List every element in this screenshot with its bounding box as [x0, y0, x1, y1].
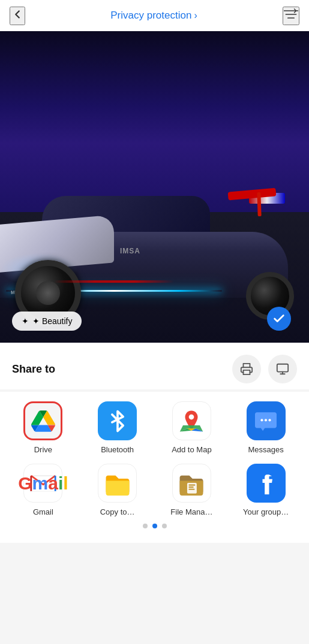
header: Privacy protection ›: [0, 0, 309, 31]
sparkle-icon: ✦: [22, 316, 29, 326]
app-item-bluetooth[interactable]: Bluetooth: [80, 401, 155, 454]
back-button[interactable]: [10, 7, 25, 25]
page-title: Privacy protection ›: [110, 10, 197, 22]
share-section: Share to: [0, 343, 309, 389]
share-actions: [232, 355, 297, 383]
app-grid-section: Drive Bluetooth: [0, 392, 309, 543]
messages-icon-wrapper: [247, 401, 286, 440]
gmail-icon-wrapper: Gmail: [23, 464, 62, 503]
app-item-filemanager[interactable]: File Mana…: [155, 464, 229, 516]
page-dots-indicator: [6, 516, 303, 533]
facebook-label: Your group…: [243, 507, 289, 516]
car-image-container: IMSA MICHELIN ✦ ✦ Beautify: [0, 31, 309, 343]
filemanager-label: File Mana…: [170, 507, 212, 516]
svg-point-9: [265, 419, 267, 421]
maps-label: Add to Map: [172, 445, 212, 454]
app-item-messages[interactable]: Messages: [229, 401, 303, 454]
bluetooth-label: Bluetooth: [101, 445, 134, 454]
app-item-facebook[interactable]: Your group…: [229, 464, 303, 516]
dot-3[interactable]: [162, 524, 167, 528]
facebook-icon-wrapper: [247, 464, 286, 503]
drive-label: Drive: [34, 445, 52, 454]
car-image: IMSA MICHELIN: [0, 31, 309, 343]
files-icon-wrapper: [98, 464, 137, 503]
app-grid: Drive Bluetooth: [6, 401, 303, 516]
print-button[interactable]: [232, 355, 261, 383]
svg-point-8: [261, 419, 263, 421]
select-checkmark[interactable]: [267, 307, 291, 331]
svg-point-10: [269, 419, 271, 421]
app-item-gmail[interactable]: Gmail Gmail: [6, 464, 80, 516]
copyto-label: Copy to…: [100, 507, 135, 516]
maps-icon-wrapper: [172, 401, 211, 440]
filter-button[interactable]: [283, 7, 299, 25]
share-title: Share to: [12, 363, 55, 376]
app-item-copyto[interactable]: Copy to…: [80, 464, 155, 516]
dot-2[interactable]: [152, 524, 157, 528]
svg-rect-4: [277, 364, 288, 372]
share-header: Share to: [12, 355, 297, 383]
bluetooth-icon-wrapper: [98, 401, 137, 440]
app-item-maps[interactable]: Add to Map: [155, 401, 229, 454]
dot-1[interactable]: [143, 524, 148, 528]
filemanager-icon-wrapper: [172, 464, 211, 503]
svg-rect-3: [244, 370, 250, 374]
svg-point-7: [189, 414, 194, 419]
messages-label: Messages: [248, 445, 284, 454]
beautify-button[interactable]: ✦ ✦ Beautify: [12, 312, 82, 331]
gmail-label: Gmail: [33, 507, 53, 516]
cast-button[interactable]: [268, 355, 297, 383]
app-item-drive[interactable]: Drive: [6, 401, 80, 454]
drive-icon-wrapper: [23, 401, 62, 440]
